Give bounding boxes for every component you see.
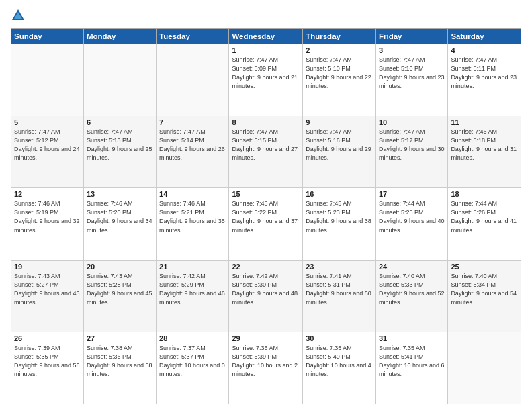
calendar-day-cell: 14Sunrise: 7:46 AM Sunset: 5:21 PM Dayli… bbox=[157, 188, 229, 260]
calendar-day-cell: 15Sunrise: 7:45 AM Sunset: 5:22 PM Dayli… bbox=[229, 188, 303, 260]
calendar-day-cell: 28Sunrise: 7:37 AM Sunset: 5:37 PM Dayli… bbox=[157, 332, 229, 404]
day-info: Sunrise: 7:43 AM Sunset: 5:28 PM Dayligh… bbox=[87, 272, 153, 307]
calendar-week-row: 19Sunrise: 7:43 AM Sunset: 5:27 PM Dayli… bbox=[11, 260, 521, 332]
day-info: Sunrise: 7:40 AM Sunset: 5:34 PM Dayligh… bbox=[451, 272, 518, 307]
day-info: Sunrise: 7:38 AM Sunset: 5:36 PM Dayligh… bbox=[87, 344, 153, 379]
day-number: 22 bbox=[232, 263, 300, 271]
calendar-day-cell: 13Sunrise: 7:46 AM Sunset: 5:20 PM Dayli… bbox=[83, 188, 156, 260]
day-info: Sunrise: 7:47 AM Sunset: 5:15 PM Dayligh… bbox=[232, 128, 300, 163]
logo bbox=[11, 8, 28, 23]
day-info: Sunrise: 7:43 AM Sunset: 5:27 PM Dayligh… bbox=[14, 272, 81, 307]
day-info: Sunrise: 7:35 AM Sunset: 5:40 PM Dayligh… bbox=[306, 344, 373, 379]
calendar-table: SundayMondayTuesdayWednesdayThursdayFrid… bbox=[11, 28, 521, 404]
day-header-friday: Friday bbox=[375, 29, 447, 44]
day-number: 16 bbox=[306, 190, 373, 198]
calendar-day-cell: 29Sunrise: 7:36 AM Sunset: 5:39 PM Dayli… bbox=[229, 332, 303, 404]
day-number: 25 bbox=[451, 263, 518, 271]
day-number: 3 bbox=[379, 46, 445, 54]
day-info: Sunrise: 7:45 AM Sunset: 5:22 PM Dayligh… bbox=[232, 199, 300, 234]
calendar-day-cell: 8Sunrise: 7:47 AM Sunset: 5:15 PM Daylig… bbox=[229, 116, 303, 188]
day-info: Sunrise: 7:46 AM Sunset: 5:21 PM Dayligh… bbox=[159, 199, 226, 234]
day-number: 23 bbox=[306, 263, 373, 271]
calendar-week-row: 26Sunrise: 7:39 AM Sunset: 5:35 PM Dayli… bbox=[11, 332, 521, 404]
calendar-day-cell bbox=[83, 44, 156, 116]
day-info: Sunrise: 7:44 AM Sunset: 5:26 PM Dayligh… bbox=[451, 199, 518, 234]
day-info: Sunrise: 7:41 AM Sunset: 5:31 PM Dayligh… bbox=[306, 272, 373, 307]
day-info: Sunrise: 7:47 AM Sunset: 5:11 PM Dayligh… bbox=[451, 56, 518, 91]
day-info: Sunrise: 7:47 AM Sunset: 5:16 PM Dayligh… bbox=[306, 128, 373, 163]
day-header-tuesday: Tuesday bbox=[157, 29, 229, 44]
day-info: Sunrise: 7:39 AM Sunset: 5:35 PM Dayligh… bbox=[14, 344, 81, 379]
day-info: Sunrise: 7:47 AM Sunset: 5:14 PM Dayligh… bbox=[159, 128, 226, 163]
day-number: 31 bbox=[379, 334, 445, 342]
day-number: 18 bbox=[451, 190, 518, 198]
day-number: 17 bbox=[379, 190, 445, 198]
day-info: Sunrise: 7:35 AM Sunset: 5:41 PM Dayligh… bbox=[379, 344, 445, 379]
calendar-day-cell: 20Sunrise: 7:43 AM Sunset: 5:28 PM Dayli… bbox=[83, 260, 156, 332]
day-number: 2 bbox=[306, 46, 373, 54]
header bbox=[11, 8, 521, 23]
day-header-thursday: Thursday bbox=[303, 29, 376, 44]
calendar-day-cell: 17Sunrise: 7:44 AM Sunset: 5:25 PM Dayli… bbox=[375, 188, 447, 260]
day-header-sunday: Sunday bbox=[11, 29, 84, 44]
day-info: Sunrise: 7:44 AM Sunset: 5:25 PM Dayligh… bbox=[379, 199, 445, 234]
calendar-day-cell bbox=[448, 332, 521, 404]
calendar-day-cell bbox=[157, 44, 229, 116]
calendar-day-cell: 1Sunrise: 7:47 AM Sunset: 5:09 PM Daylig… bbox=[229, 44, 303, 116]
calendar-day-cell: 26Sunrise: 7:39 AM Sunset: 5:35 PM Dayli… bbox=[11, 332, 84, 404]
calendar-day-cell: 7Sunrise: 7:47 AM Sunset: 5:14 PM Daylig… bbox=[157, 116, 229, 188]
calendar-day-cell: 9Sunrise: 7:47 AM Sunset: 5:16 PM Daylig… bbox=[303, 116, 376, 188]
day-number: 1 bbox=[232, 46, 300, 54]
day-number: 21 bbox=[159, 263, 226, 271]
calendar-day-cell: 27Sunrise: 7:38 AM Sunset: 5:36 PM Dayli… bbox=[83, 332, 156, 404]
day-info: Sunrise: 7:42 AM Sunset: 5:30 PM Dayligh… bbox=[232, 272, 300, 307]
calendar-day-cell: 18Sunrise: 7:44 AM Sunset: 5:26 PM Dayli… bbox=[448, 188, 521, 260]
day-number: 30 bbox=[306, 334, 373, 342]
day-header-wednesday: Wednesday bbox=[229, 29, 303, 44]
day-info: Sunrise: 7:47 AM Sunset: 5:10 PM Dayligh… bbox=[379, 56, 445, 91]
day-info: Sunrise: 7:36 AM Sunset: 5:39 PM Dayligh… bbox=[232, 344, 300, 379]
calendar-week-row: 1Sunrise: 7:47 AM Sunset: 5:09 PM Daylig… bbox=[11, 44, 521, 116]
calendar-day-cell: 11Sunrise: 7:46 AM Sunset: 5:18 PM Dayli… bbox=[448, 116, 521, 188]
day-number: 24 bbox=[379, 263, 445, 271]
day-number: 7 bbox=[159, 118, 226, 126]
calendar-day-cell: 25Sunrise: 7:40 AM Sunset: 5:34 PM Dayli… bbox=[448, 260, 521, 332]
day-header-monday: Monday bbox=[83, 29, 156, 44]
calendar-day-cell: 21Sunrise: 7:42 AM Sunset: 5:29 PM Dayli… bbox=[157, 260, 229, 332]
calendar-day-cell: 10Sunrise: 7:47 AM Sunset: 5:17 PM Dayli… bbox=[375, 116, 447, 188]
day-number: 28 bbox=[159, 334, 226, 342]
day-number: 26 bbox=[14, 334, 81, 342]
day-info: Sunrise: 7:46 AM Sunset: 5:19 PM Dayligh… bbox=[14, 199, 81, 234]
day-number: 20 bbox=[87, 263, 153, 271]
calendar-week-row: 5Sunrise: 7:47 AM Sunset: 5:12 PM Daylig… bbox=[11, 116, 521, 188]
calendar-day-cell: 19Sunrise: 7:43 AM Sunset: 5:27 PM Dayli… bbox=[11, 260, 84, 332]
calendar-day-cell: 3Sunrise: 7:47 AM Sunset: 5:10 PM Daylig… bbox=[375, 44, 447, 116]
day-number: 11 bbox=[451, 118, 518, 126]
day-info: Sunrise: 7:46 AM Sunset: 5:18 PM Dayligh… bbox=[451, 128, 518, 163]
day-number: 27 bbox=[87, 334, 153, 342]
day-info: Sunrise: 7:37 AM Sunset: 5:37 PM Dayligh… bbox=[159, 344, 226, 379]
day-info: Sunrise: 7:47 AM Sunset: 5:10 PM Dayligh… bbox=[306, 56, 373, 91]
day-number: 12 bbox=[14, 190, 81, 198]
day-number: 8 bbox=[232, 118, 300, 126]
calendar-day-cell: 31Sunrise: 7:35 AM Sunset: 5:41 PM Dayli… bbox=[375, 332, 447, 404]
calendar-day-cell: 23Sunrise: 7:41 AM Sunset: 5:31 PM Dayli… bbox=[303, 260, 376, 332]
day-number: 29 bbox=[232, 334, 300, 342]
day-number: 13 bbox=[87, 190, 153, 198]
day-number: 6 bbox=[87, 118, 153, 126]
day-info: Sunrise: 7:45 AM Sunset: 5:23 PM Dayligh… bbox=[306, 199, 373, 234]
day-info: Sunrise: 7:46 AM Sunset: 5:20 PM Dayligh… bbox=[87, 199, 153, 234]
calendar-day-cell: 22Sunrise: 7:42 AM Sunset: 5:30 PM Dayli… bbox=[229, 260, 303, 332]
calendar-day-cell bbox=[11, 44, 84, 116]
calendar-day-cell: 30Sunrise: 7:35 AM Sunset: 5:40 PM Dayli… bbox=[303, 332, 376, 404]
day-number: 14 bbox=[159, 190, 226, 198]
calendar-day-cell: 6Sunrise: 7:47 AM Sunset: 5:13 PM Daylig… bbox=[83, 116, 156, 188]
day-info: Sunrise: 7:42 AM Sunset: 5:29 PM Dayligh… bbox=[159, 272, 226, 307]
calendar-day-cell: 5Sunrise: 7:47 AM Sunset: 5:12 PM Daylig… bbox=[11, 116, 84, 188]
calendar-day-cell: 24Sunrise: 7:40 AM Sunset: 5:33 PM Dayli… bbox=[375, 260, 447, 332]
day-header-saturday: Saturday bbox=[448, 29, 521, 44]
calendar-header-row: SundayMondayTuesdayWednesdayThursdayFrid… bbox=[11, 29, 521, 44]
day-number: 4 bbox=[451, 46, 518, 54]
day-number: 15 bbox=[232, 190, 300, 198]
day-info: Sunrise: 7:40 AM Sunset: 5:33 PM Dayligh… bbox=[379, 272, 445, 307]
